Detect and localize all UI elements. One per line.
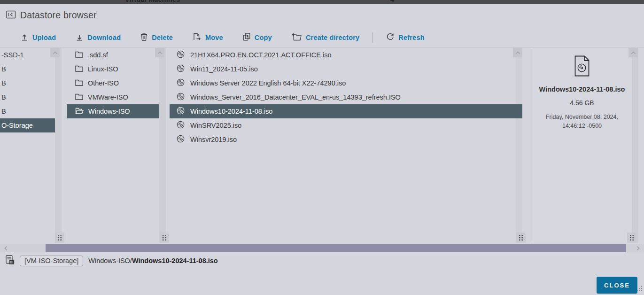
folder-row[interactable]: .sdd.sf	[67, 48, 159, 62]
folder-icon	[75, 93, 83, 101]
datastore-label: B	[1, 79, 6, 87]
upload-button[interactable]: Upload	[21, 33, 56, 42]
details-scroll-up-icon[interactable]	[628, 48, 638, 57]
details-date-line1: Friday, November 08, 2024,	[546, 114, 618, 120]
iso-disc-icon	[177, 121, 185, 130]
folders-column-resize-handle[interactable]	[160, 233, 169, 243]
file-row-selected[interactable]: Windows10-2024-11-08.iso	[170, 104, 522, 118]
details-filename: Windows10-2024-11-08.iso	[539, 85, 625, 93]
path-filename: Windows10-2024-11-08.iso	[132, 257, 218, 264]
details-scroll-gutter[interactable]	[632, 48, 638, 243]
folder-label: Linux-ISO	[88, 65, 118, 73]
upload-label: Upload	[32, 34, 56, 41]
folder-row[interactable]: Other-ISO	[67, 76, 159, 90]
file-row[interactable]: Winsvr2019.iso	[170, 132, 522, 147]
copy-icon	[243, 33, 250, 42]
folder-row[interactable]: Linux-ISO	[67, 62, 159, 76]
create-directory-label: Create directory	[306, 34, 359, 41]
iso-disc-icon	[177, 50, 185, 60]
toolbar-separator	[372, 32, 373, 43]
scroll-right-icon[interactable]	[633, 244, 643, 252]
file-label: WinSRV2025.iso	[190, 122, 241, 129]
files-scroll-up-icon[interactable]	[513, 48, 522, 57]
folder-label: Windows-ISO	[88, 108, 130, 115]
iso-disc-icon	[177, 78, 185, 88]
datastore-label: B	[1, 108, 6, 115]
file-label: Windows_Server_2016_Datacenter_EVAL_en-u…	[190, 93, 401, 101]
background-tab-count: 4	[390, 0, 394, 3]
files-column: 21H1X64.PRO.EN.OCT.2021.ACT.OFFICE.iso W…	[170, 48, 522, 243]
folder-label: VMWare-ISO	[88, 93, 128, 101]
datastore-icon	[6, 255, 15, 266]
delete-label: Delete	[152, 34, 173, 41]
datastore-row[interactable]: B	[0, 104, 55, 118]
details-modified-date: Friday, November 08, 2024, 14:46:12 -050…	[546, 113, 618, 131]
folder-open-icon	[75, 108, 84, 116]
file-label: Windows Server 2022 English 64-bit X22-7…	[190, 79, 346, 87]
iso-disc-icon	[177, 107, 185, 116]
background-page-strip: Virtual Machines 4	[0, 0, 644, 4]
copy-label: Copy	[255, 34, 272, 41]
file-row[interactable]: Win11_2024-11-05.iso	[170, 62, 522, 76]
folder-row[interactable]: VMWare-ISO	[67, 90, 159, 104]
details-file-size: 4.56 GB	[570, 99, 594, 107]
datastore-row[interactable]: B	[0, 62, 55, 76]
delete-button[interactable]: Delete	[140, 33, 173, 42]
create-directory-icon	[292, 33, 302, 42]
close-button[interactable]: CLOSE	[597, 277, 637, 294]
file-row[interactable]: 21H1X64.PRO.EN.OCT.2021.ACT.OFFICE.iso	[170, 48, 522, 62]
iso-disc-icon	[177, 93, 185, 102]
dialog-title-row: Datastore browser	[6, 10, 97, 21]
download-button[interactable]: Download	[76, 33, 121, 42]
details-date-line2: 14:46:12 -0500	[562, 123, 602, 129]
refresh-label: Refresh	[398, 34, 424, 41]
file-row[interactable]: WinSRV2025.iso	[170, 118, 522, 132]
datastore-row[interactable]: B	[0, 90, 55, 104]
datastores-scroll-up-icon[interactable]	[50, 48, 60, 57]
files-column-resize-handle[interactable]	[516, 233, 526, 243]
create-directory-button[interactable]: Create directory	[292, 33, 359, 42]
datastore-label: B	[1, 93, 6, 101]
horizontal-scrollbar[interactable]	[0, 244, 644, 252]
details-column-resize-handle[interactable]	[627, 233, 636, 243]
refresh-button[interactable]: Refresh	[386, 33, 424, 42]
datastore-browser-icon	[6, 10, 16, 21]
iso-file-icon	[574, 55, 590, 78]
file-label: 21H1X64.PRO.EN.OCT.2021.ACT.OFFICE.iso	[190, 51, 332, 59]
datastore-browser-dialog: Datastore browser Upload Download Delete…	[0, 4, 644, 295]
file-row[interactable]: Windows_Server_2016_Datacenter_EVAL_en-u…	[170, 90, 522, 104]
dialog-title: Datastore browser	[20, 10, 97, 21]
datastore-row[interactable]: B	[0, 76, 55, 90]
selected-file-path: Windows-ISO/Windows10-2024-11-08.iso	[88, 257, 217, 264]
folder-row-selected[interactable]: Windows-ISO	[67, 104, 159, 118]
folder-icon	[75, 51, 83, 59]
file-details-panel: Windows10-2024-11-08.iso 4.56 GB Friday,…	[532, 48, 632, 243]
iso-disc-icon	[177, 135, 185, 144]
datastores-column-resize-handle[interactable]	[55, 233, 64, 243]
folders-scroll-gutter[interactable]	[159, 48, 166, 243]
horizontal-scrollbar-thumb[interactable]	[46, 244, 626, 252]
file-label: Win11_2024-11-05.iso	[190, 65, 258, 73]
download-icon	[76, 33, 83, 42]
folder-label: Other-ISO	[88, 79, 119, 87]
folders-scroll-up-icon[interactable]	[155, 48, 164, 57]
datastore-chip: [VM-ISO-Storage]	[20, 256, 83, 266]
scroll-left-icon[interactable]	[1, 244, 10, 252]
folder-label: .sdd.sf	[88, 51, 108, 59]
datastore-row-selected[interactable]: O-Storage	[0, 118, 55, 132]
file-label: Windows10-2024-11-08.iso	[190, 108, 272, 115]
file-label: Winsvr2019.iso	[190, 136, 237, 143]
folder-icon	[75, 65, 83, 73]
datastores-scroll-gutter[interactable]	[55, 48, 62, 243]
datastore-label: -SSD-1	[1, 51, 24, 59]
file-row[interactable]: Windows Server 2022 English 64-bit X22-7…	[170, 76, 522, 90]
copy-button[interactable]: Copy	[243, 33, 272, 42]
dialog-resize-grip-icon[interactable]	[636, 285, 643, 294]
toolbar: Upload Download Delete Move Copy Create …	[0, 28, 644, 47]
datastore-row[interactable]: -SSD-1	[0, 48, 55, 62]
iso-disc-icon	[177, 64, 185, 74]
datastore-label: O-Storage	[1, 122, 33, 129]
delete-icon	[140, 33, 147, 42]
move-button[interactable]: Move	[193, 33, 223, 42]
datastores-column: -SSD-1 B B B B O-Storage	[0, 48, 55, 243]
